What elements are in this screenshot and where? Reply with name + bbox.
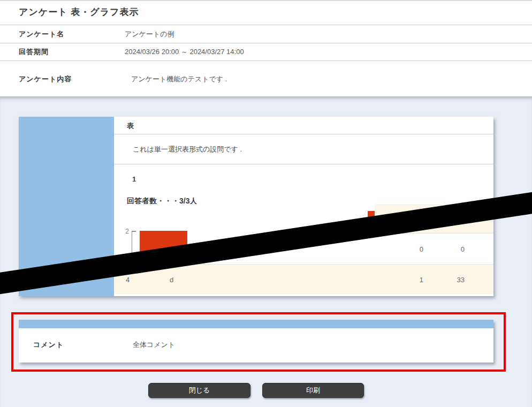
table-row: 4 d 1 33 [114, 264, 493, 294]
y-axis-tick [132, 231, 136, 232]
print-button[interactable]: 印刷 [262, 383, 364, 398]
comment-header-bar [19, 320, 493, 328]
y-axis-tick-label: 2 [120, 228, 129, 235]
meta-row-answer-period: 回答期間 2024/03/26 20:00 ～ 2024/03/27 14:00 [0, 43, 532, 61]
survey-content-label: アンケート内容 [19, 74, 72, 84]
cell-percent: 0 [461, 245, 465, 253]
meta-row-survey-content: アンケート内容 アンケート機能のテストです . [0, 61, 532, 97]
comment-label: コメント [33, 340, 64, 350]
page: アンケート 表・グラフ表示 アンケート名 アンケートの例 回答期間 2024/0… [0, 0, 532, 407]
cell-count: 0 [420, 245, 423, 253]
comment-highlight-box: コメント 全体コメント [11, 312, 506, 372]
question-type-header: 表 [114, 117, 493, 134]
survey-name-value: アンケートの例 [125, 29, 174, 39]
question-number: 1 [132, 175, 136, 183]
survey-name-label: アンケート名 [19, 29, 64, 39]
survey-meta-panel: アンケート 表・グラフ表示 アンケート名 アンケートの例 回答期間 2024/0… [0, 0, 532, 96]
question-info: 1 回答者数・・・3/3人 [114, 164, 493, 204]
comment-card: コメント 全体コメント [19, 320, 493, 363]
answer-period-value: 2024/03/26 20:00 ～ 2024/03/27 14:00 [125, 47, 244, 57]
cell-choice-label: d [170, 275, 173, 283]
close-button[interactable]: 閉じる [148, 383, 250, 398]
page-title: アンケート 表・グラフ表示 [19, 6, 139, 18]
cell-choice-number: 4 [126, 275, 130, 283]
survey-content-value: アンケート機能のテストです . [131, 74, 227, 84]
cell-percent: 33 [457, 275, 465, 283]
comment-body: コメント 全体コメント [19, 328, 493, 363]
cell-count: 1 [420, 275, 423, 283]
meta-row-survey-name: アンケート名 アンケートの例 [0, 25, 532, 43]
question-description: これは単一選択表形式の設問です . [114, 134, 493, 164]
answer-period-label: 回答期間 [19, 47, 49, 57]
comment-value: 全体コメント [133, 340, 175, 350]
